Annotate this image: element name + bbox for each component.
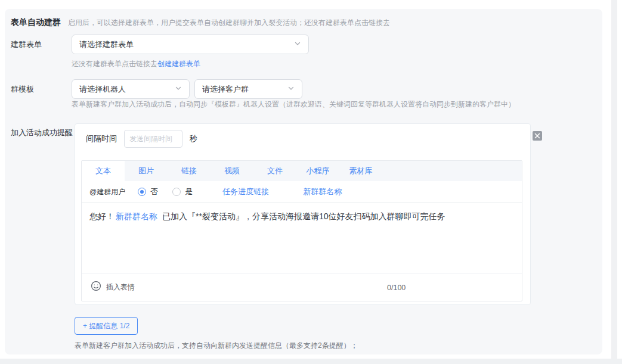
radio-checked-icon (138, 188, 146, 196)
tab-link[interactable]: 链接 (168, 161, 211, 181)
tab-material-library[interactable]: 素材库 (339, 161, 382, 181)
bottom-divider (0, 359, 622, 364)
settings-panel: 表单自动建群 启用后，可以选择建群表单，用户提交表单自动创建群聊并加入裂变活动；… (5, 9, 602, 354)
chevron-down-icon (294, 40, 301, 49)
chevron-down-icon (287, 85, 295, 94)
editor-footer: 插入表情 0/100 (82, 273, 522, 301)
form-select[interactable]: 请选择建群表单 (72, 35, 309, 54)
radio-no-label: 否 (150, 186, 158, 197)
scrollbar-track[interactable] (611, 0, 617, 364)
tab-miniprogram[interactable]: 小程序 (296, 161, 339, 181)
reminder-section-label: 加入活动成功提醒 (11, 127, 73, 138)
radio-unchecked-icon (172, 188, 181, 196)
group-template-hint: 表单新建客户群加入活动成功后，自动同步『模板群』机器人设置（进群欢迎语、关键词回… (72, 99, 515, 110)
group-template-label: 群模板 (11, 84, 34, 95)
customer-group-select[interactable]: 请选择客户群 (194, 79, 302, 99)
form-select-label: 建群表单 (11, 39, 42, 50)
insert-emoji-button[interactable]: 插入表情 (91, 281, 135, 294)
tab-file[interactable]: 文件 (253, 161, 296, 181)
chevron-down-icon (175, 85, 182, 94)
form-select-hint: 还没有建群表单点击链接去创建建群表单 (72, 59, 200, 69)
interval-label: 间隔时间 (86, 133, 117, 144)
at-user-label: @建群用户 (89, 187, 125, 197)
robot-select[interactable]: 请选择机器人 (72, 79, 190, 99)
customer-group-select-value: 请选择客户群 (202, 84, 249, 95)
interval-unit: 秒 (190, 133, 197, 144)
at-user-radio-no[interactable]: 否 (138, 186, 158, 197)
message-editor: 文本 图片 链接 视频 文件 小程序 素材库 @建群用户 否 (81, 160, 522, 301)
reminder-bottom-hint: 表单新建客户群加入活动成功后，支持自动向新群内发送提醒信息（最多支持2条提醒）； (75, 341, 358, 351)
form-select-hint-text: 还没有建群表单点击链接去 (72, 60, 157, 68)
page-subtitle: 启用后，可以选择建群表单，用户提交表单自动创建群聊并加入裂变活动；还没有建群表单… (68, 18, 390, 28)
insert-emoji-label: 插入表情 (106, 282, 135, 293)
form-select-value: 请选择建群表单 (79, 39, 134, 50)
message-suffix: 已加入『**裂变活动』，分享活动海报邀请10位好友扫码加入群聊即可完任务 (162, 211, 445, 221)
interval-row: 间隔时间 秒 (86, 130, 197, 148)
page: 表单自动建群 启用后，可以选择建群表单，用户提交表单自动创建群聊并加入裂变活动；… (0, 0, 622, 364)
message-textarea[interactable]: 您好！新群群名称已加入『**裂变活动』，分享活动海报邀请10位好友扫码加入群聊即… (82, 203, 522, 273)
editor-tab-bar: 文本 图片 链接 视频 文件 小程序 素材库 (82, 161, 522, 181)
reminder-card: 间隔时间 秒 文本 图片 链接 视频 文件 小程序 素材库 @建群用户 (75, 123, 531, 305)
insert-task-progress-link[interactable]: 任务进度链接 (222, 186, 269, 197)
tab-text[interactable]: 文本 (82, 161, 125, 181)
tab-video[interactable]: 视频 (211, 161, 253, 181)
smiley-icon (91, 281, 101, 294)
at-user-row: @建群用户 否 是 任务进度链接 新群群名称 (82, 181, 522, 203)
group-name-token: 新群群名称 (116, 211, 157, 221)
tab-image[interactable]: 图片 (125, 161, 168, 181)
interval-input[interactable] (124, 130, 182, 148)
message-prefix: 您好！ (89, 211, 115, 221)
close-icon (534, 130, 540, 141)
page-title: 表单自动建群 (11, 17, 61, 28)
close-reminder-button[interactable] (533, 131, 542, 141)
insert-group-name-link[interactable]: 新群群名称 (303, 186, 342, 197)
robot-select-value: 请选择机器人 (79, 84, 126, 95)
at-user-radio-yes[interactable]: 是 (172, 186, 193, 197)
section-header: 表单自动建群 启用后，可以选择建群表单，用户提交表单自动创建群聊并加入裂变活动；… (11, 17, 390, 28)
create-form-link[interactable]: 创建建群表单 (157, 60, 200, 68)
char-counter: 0/100 (387, 273, 406, 301)
add-reminder-button[interactable]: + 提醒信息 1/2 (75, 317, 138, 335)
radio-yes-label: 是 (185, 186, 193, 197)
